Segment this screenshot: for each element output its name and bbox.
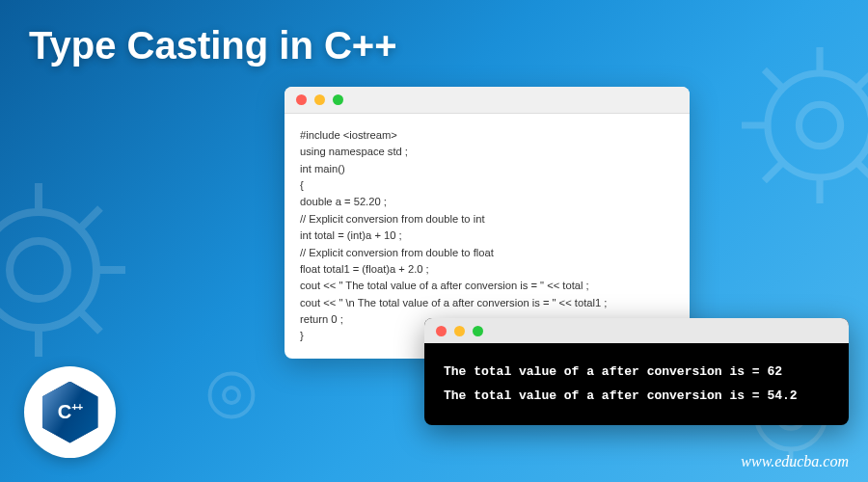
- minimize-icon: [454, 326, 465, 336]
- svg-point-2: [768, 73, 868, 177]
- bg-gear-icon: [193, 357, 270, 434]
- code-line: // Explicit conversion from double to in…: [300, 211, 674, 228]
- window-titlebar: [424, 318, 849, 343]
- code-line: cout << " The total value of a after con…: [300, 278, 674, 294]
- minimize-icon: [314, 94, 325, 105]
- code-line: double a = 52.20 ;: [300, 194, 674, 210]
- bg-gear-icon: [733, 39, 868, 212]
- website-url: www.educba.com: [741, 453, 849, 470]
- page-title: Type Casting in C++: [29, 24, 397, 67]
- terminal-window: The total value of a after conversion is…: [424, 318, 849, 425]
- code-line: cout << " \n The total value of a after …: [300, 295, 674, 311]
- svg-point-1: [10, 241, 68, 299]
- code-line: // Explicit conversion from double to fl…: [300, 245, 674, 261]
- code-line: using namespace std ;: [300, 144, 674, 160]
- close-icon: [436, 326, 447, 336]
- cpp-logo: C++: [24, 366, 116, 458]
- terminal-output: The total value of a after conversion is…: [424, 343, 849, 425]
- svg-point-5: [224, 388, 239, 403]
- svg-point-0: [0, 212, 96, 328]
- bg-gear-icon: [0, 174, 135, 366]
- logo-text: C: [58, 401, 71, 422]
- svg-point-4: [210, 374, 254, 417]
- output-line: The total value of a after conversion is…: [444, 385, 829, 409]
- cpp-hex-icon: C++: [42, 382, 98, 443]
- maximize-icon: [473, 326, 483, 336]
- code-line: float total1 = (float)a + 2.0 ;: [300, 261, 674, 278]
- close-icon: [296, 94, 307, 105]
- code-line: int main(): [300, 161, 674, 177]
- window-titlebar: [285, 87, 690, 114]
- code-line: {: [300, 177, 674, 194]
- code-line: int total = (int)a + 10 ;: [300, 228, 674, 244]
- maximize-icon: [333, 94, 343, 105]
- svg-point-3: [799, 104, 840, 146]
- logo-suffix: ++: [71, 401, 82, 413]
- code-line: #include <iostream>: [300, 127, 674, 144]
- output-line: The total value of a after conversion is…: [444, 361, 829, 385]
